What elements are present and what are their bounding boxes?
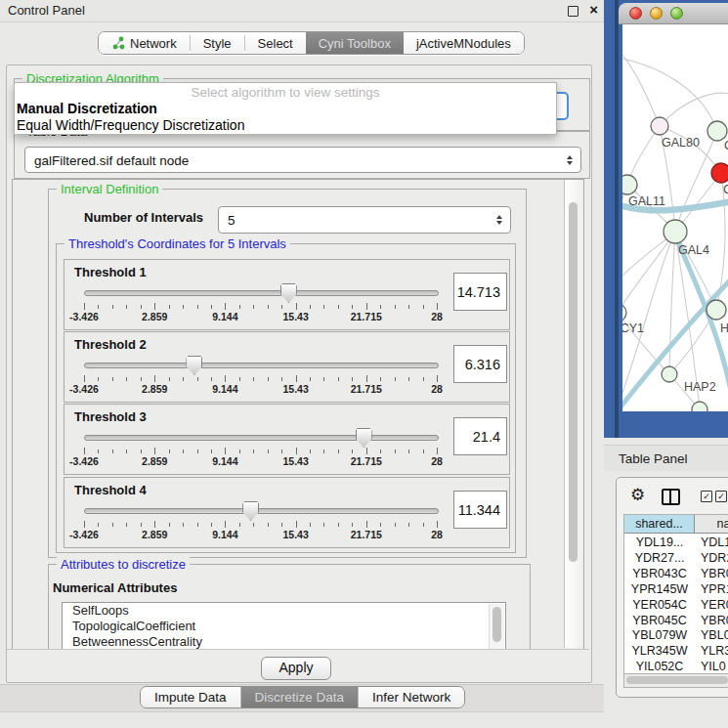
network-node-hap2[interactable]: [662, 366, 677, 382]
table-data-value: galFiltered.sif default node: [34, 152, 189, 167]
tick-mark: [366, 448, 367, 454]
tab-infer-network[interactable]: Infer Network: [358, 687, 464, 707]
tab-network[interactable]: Network: [99, 32, 190, 54]
threshold-2-slider-thumb[interactable]: [186, 356, 202, 375]
zoom-traffic-light[interactable]: [670, 7, 683, 20]
network-node-c[interactable]: [711, 163, 728, 183]
interval-definition-title: Interval Definition: [57, 182, 162, 196]
gear-icon[interactable]: ⚙: [630, 486, 645, 505]
table-row[interactable]: YBR043CYBR0: [624, 567, 728, 582]
threshold-2-value-field[interactable]: 6.316: [453, 345, 507, 383]
tick-mark: [98, 450, 99, 453]
network-node-gal4[interactable]: [664, 220, 687, 243]
tick-label: 28: [431, 311, 443, 322]
cell-name: YDR2: [701, 551, 728, 565]
threshold-1-slider-track[interactable]: [84, 290, 439, 296]
table-row[interactable]: YPR145WYPR1: [624, 582, 728, 598]
horizontal-scrollbar[interactable]: [623, 673, 728, 688]
attributes-list-scrollbar[interactable]: [489, 604, 504, 651]
tick-mark: [408, 523, 409, 527]
node-attribute-table[interactable]: shared...naYDL19...YDL1YDR27...YDR2YBR04…: [623, 514, 728, 675]
tab-label: Cyni Toolbox: [319, 36, 391, 51]
network-node-gcy1[interactable]: [622, 304, 626, 321]
network-node-ga[interactable]: [707, 121, 727, 141]
float-window-icon[interactable]: [568, 6, 578, 17]
tick-mark: [253, 523, 254, 527]
checkbox-icon[interactable]: ✓: [701, 491, 712, 502]
network-node-gal80[interactable]: [651, 117, 668, 135]
threshold-4-slider-thumb[interactable]: [242, 501, 259, 521]
close-icon[interactable]: ×: [589, 1, 598, 18]
threshold-1-value-field[interactable]: 14.713: [453, 273, 507, 311]
attribute-item-topologicalcoefficient[interactable]: TopologicalCoefficient: [63, 619, 505, 634]
table-row[interactable]: YBL079WYBL0: [624, 628, 728, 644]
table-panel-titlebar: Table Panel: [604, 445, 728, 471]
combo-arrows-icon: [567, 155, 573, 165]
threshold-4-panel: Threshold 4-3.4262.8599.14415.4321.71528…: [64, 477, 510, 548]
attribute-item-betweennesscentrality[interactable]: BetweennessCentrality: [63, 634, 505, 650]
table-row[interactable]: YLR345WYLR3: [624, 644, 728, 660]
tick-label: 21.715: [351, 529, 382, 540]
table-data-combobox[interactable]: galFiltered.sif default node: [24, 147, 581, 173]
table-row[interactable]: YDL19...YDL1: [624, 535, 728, 551]
threshold-4-slider-track[interactable]: [84, 508, 439, 514]
threshold-4-value-field[interactable]: 11.344: [453, 491, 507, 529]
tick-mark: [338, 523, 339, 527]
column-header-na[interactable]: na: [695, 515, 728, 534]
tick-mark: [366, 303, 367, 310]
tab-discretize-data[interactable]: Discretize Data: [240, 687, 359, 707]
attribute-item-selfloops[interactable]: SelfLoops: [63, 603, 505, 619]
cell-name: YBR0: [701, 567, 728, 580]
attributes-group-title: Attributes to discretize: [57, 557, 190, 572]
algorithm-option-manual[interactable]: Manual Discretization: [17, 101, 157, 116]
apply-strip: Apply: [7, 649, 589, 681]
tab-cyni-toolbox[interactable]: Cyni Toolbox: [306, 32, 404, 54]
minimize-traffic-light[interactable]: [650, 7, 663, 20]
horizontal-scrollbar-thumb[interactable]: [626, 676, 728, 684]
threshold-1-slider-thumb[interactable]: [280, 283, 297, 303]
numerical-attributes-list[interactable]: SelfLoopsTopologicalCoefficientBetweenne…: [62, 602, 506, 651]
tick-mark: [183, 305, 184, 309]
threshold-2-slider-track[interactable]: [84, 363, 439, 368]
tick-label: 2.859: [142, 311, 167, 322]
number-of-intervals-combobox[interactable]: 5: [218, 206, 511, 234]
tab-impute-data[interactable]: Impute Data: [141, 687, 240, 707]
settings-scroll-viewport: Interval DefinitionNumber of Intervals5T…: [12, 179, 584, 651]
tick-mark: [281, 450, 282, 453]
table-row[interactable]: YER054CYER0: [624, 598, 728, 614]
column-header-shared[interactable]: shared...: [624, 515, 695, 534]
tab-style[interactable]: Style: [191, 32, 244, 54]
tab-select[interactable]: Select: [245, 32, 306, 54]
network-frame-shadow: [615, 0, 619, 438]
tick-mark: [141, 305, 142, 309]
tick-mark: [126, 305, 127, 309]
tick-label: -3.426: [69, 383, 99, 395]
threshold-3-slider-thumb[interactable]: [356, 428, 372, 448]
threshold-3-value-field[interactable]: 21.4: [453, 417, 507, 455]
split-columns-icon[interactable]: [662, 489, 680, 505]
table-toolbar: ⚙ ✓ ✓: [617, 478, 728, 514]
apply-button[interactable]: Apply: [261, 657, 331, 680]
tick-mark: [323, 450, 324, 453]
network-node-h[interactable]: [707, 300, 726, 320]
threshold-3-label: Threshold 3: [74, 409, 147, 424]
table-row[interactable]: YDR27...YDR2: [624, 551, 728, 567]
algorithm-option-equal-width[interactable]: Equal Width/Frequency Discretization: [17, 117, 244, 133]
vertical-scrollbar-thumb[interactable]: [569, 202, 578, 562]
threshold-3-slider-track[interactable]: [84, 435, 439, 441]
network-node-gal11[interactable]: [622, 175, 637, 194]
tab-jactivemnodules[interactable]: jActiveMNodules: [404, 32, 524, 54]
tick-mark: [281, 377, 282, 381]
vertical-scrollbar[interactable]: [564, 180, 582, 648]
cell-shared-name: YER054C: [624, 598, 695, 612]
network-canvas[interactable]: GAL80GACGAL11GAL4HGCY1HAP2: [622, 24, 728, 411]
number-of-intervals-label: Number of Intervals: [84, 210, 203, 225]
network-node[interactable]: [692, 402, 707, 411]
close-traffic-light[interactable]: [629, 7, 642, 20]
checkbox-icon[interactable]: ✓: [715, 491, 727, 502]
attributes-scrollbar-thumb[interactable]: [492, 607, 501, 642]
table-row[interactable]: YBR045CYBR0: [624, 614, 728, 629]
node-label-h: H: [720, 321, 728, 335]
tick-mark: [423, 450, 424, 453]
node-label-gal11: GAL11: [628, 194, 665, 208]
